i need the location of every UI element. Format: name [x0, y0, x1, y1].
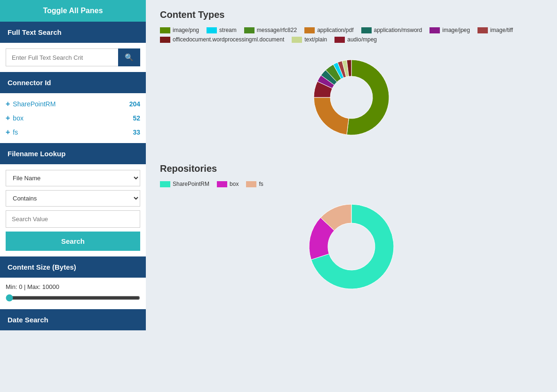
connector-item[interactable]: + fs 33 — [6, 125, 140, 139]
content-types-legend: image/pngstreammessage/rfc822application… — [160, 27, 543, 43]
legend-label: fs — [259, 181, 263, 187]
legend-swatch — [160, 27, 170, 33]
content-size-label: Min: 0 | Max: 10000 — [6, 283, 140, 290]
connector-count: 33 — [133, 128, 140, 136]
connector-count: 52 — [133, 114, 140, 122]
repositories-legend: SharePointRMboxfs — [160, 181, 543, 187]
legend-label: SharePointRM — [173, 181, 209, 187]
connector-name[interactable]: SharePointRM — [13, 100, 56, 108]
legend-item: image/tiff — [477, 27, 513, 33]
legend-item: image/jpeg — [430, 27, 470, 33]
legend-swatch — [244, 27, 255, 33]
content-size-body: Min: 0 | Max: 10000 — [0, 278, 146, 309]
full-text-search-button[interactable]: 🔍 — [118, 48, 140, 66]
legend-swatch — [361, 27, 372, 33]
legend-swatch — [160, 181, 170, 187]
connector-expand-icon: + — [6, 114, 10, 122]
full-text-search-row: 🔍 — [6, 48, 140, 66]
filename-field-select[interactable]: File Name — [6, 170, 140, 186]
legend-swatch — [160, 37, 170, 43]
date-search-panel: Date Search — [0, 309, 146, 330]
legend-label: text/plain — [304, 36, 327, 43]
legend-item: stream — [207, 27, 237, 33]
legend-item: box — [217, 181, 239, 187]
legend-label: officedocument.wordprocessingml.document — [173, 36, 284, 43]
filename-search-button[interactable]: Search — [6, 232, 140, 251]
legend-label: application/msword — [374, 27, 422, 33]
content-size-slider[interactable] — [6, 294, 140, 302]
legend-label: application/pdf — [317, 27, 353, 33]
legend-label: audio/mpeg — [347, 36, 377, 43]
content-size-header: Content Size (Bytes) — [0, 256, 146, 278]
connector-expand-icon: + — [6, 128, 10, 136]
legend-label: image/jpeg — [442, 27, 470, 33]
legend-label: message/rfc822 — [257, 27, 297, 33]
legend-item: officedocument.wordprocessingml.document — [160, 36, 284, 43]
connector-item[interactable]: + box 52 — [6, 111, 140, 125]
legend-label: image/tiff — [490, 27, 513, 33]
repositories-chart-container — [160, 195, 543, 298]
toggle-all-panes-button[interactable]: Toggle All Panes — [0, 0, 146, 22]
donut-slice — [347, 60, 389, 135]
date-search-header: Date Search — [0, 309, 146, 330]
legend-swatch — [246, 181, 256, 187]
connector-item-left[interactable]: + fs — [6, 128, 18, 136]
connector-list: + SharePointRM 204 + box 52 + fs 33 — [0, 93, 146, 143]
filename-condition-select[interactable]: Contains — [6, 190, 140, 207]
connector-item-left[interactable]: + box — [6, 114, 24, 122]
content-types-title: Content Types — [160, 9, 543, 20]
content-types-donut-chart — [304, 50, 398, 144]
full-text-search-header: Full Text Search — [0, 22, 146, 43]
full-text-search-panel: Full Text Search 🔍 — [0, 22, 146, 72]
legend-item: application/msword — [361, 27, 422, 33]
connector-name[interactable]: fs — [13, 128, 18, 136]
connector-count: 204 — [129, 100, 140, 108]
connector-name[interactable]: box — [13, 114, 24, 122]
connector-id-panel: Connector Id + SharePointRM 204 + box 52… — [0, 72, 146, 143]
content-size-panel: Content Size (Bytes) Min: 0 | Max: 10000 — [0, 256, 146, 309]
legend-label: image/png — [173, 27, 199, 33]
legend-item: fs — [246, 181, 263, 187]
legend-label: stream — [219, 27, 237, 33]
legend-item: application/pdf — [304, 27, 353, 33]
connector-id-header: Connector Id — [0, 72, 146, 93]
repositories-donut-chart — [300, 195, 403, 298]
legend-label: box — [230, 181, 239, 187]
connector-item[interactable]: + SharePointRM 204 — [6, 97, 140, 111]
sidebar: Toggle All Panes Full Text Search 🔍 Conn… — [0, 0, 146, 392]
full-text-search-input[interactable] — [6, 48, 118, 66]
repositories-title: Repositories — [160, 163, 543, 174]
filename-lookup-panel: Filename Lookup File Name Contains Searc… — [0, 143, 146, 256]
legend-swatch — [207, 27, 217, 33]
search-icon: 🔍 — [125, 53, 134, 61]
connector-item-left[interactable]: + SharePointRM — [6, 100, 56, 108]
legend-item: text/plain — [292, 36, 327, 43]
connector-expand-icon: + — [6, 100, 10, 108]
legend-swatch — [334, 37, 345, 43]
legend-item: SharePointRM — [160, 181, 209, 187]
content-types-chart-container — [160, 50, 543, 144]
donut-slice — [314, 97, 349, 135]
search-value-input[interactable] — [6, 210, 140, 228]
legend-item: message/rfc822 — [244, 27, 297, 33]
content-types-section: Content Types image/pngstreammessage/rfc… — [160, 9, 543, 144]
main-content: Content Types image/pngstreammessage/rfc… — [146, 0, 557, 392]
legend-swatch — [304, 27, 315, 33]
legend-swatch — [217, 181, 227, 187]
filename-lookup-header: Filename Lookup — [0, 143, 146, 164]
legend-swatch — [477, 27, 488, 33]
legend-item: audio/mpeg — [334, 36, 377, 43]
legend-item: image/png — [160, 27, 199, 33]
filename-lookup-body: File Name Contains Search — [0, 164, 146, 256]
repositories-section: Repositories SharePointRMboxfs — [160, 163, 543, 298]
legend-swatch — [292, 37, 302, 43]
legend-swatch — [430, 27, 440, 33]
